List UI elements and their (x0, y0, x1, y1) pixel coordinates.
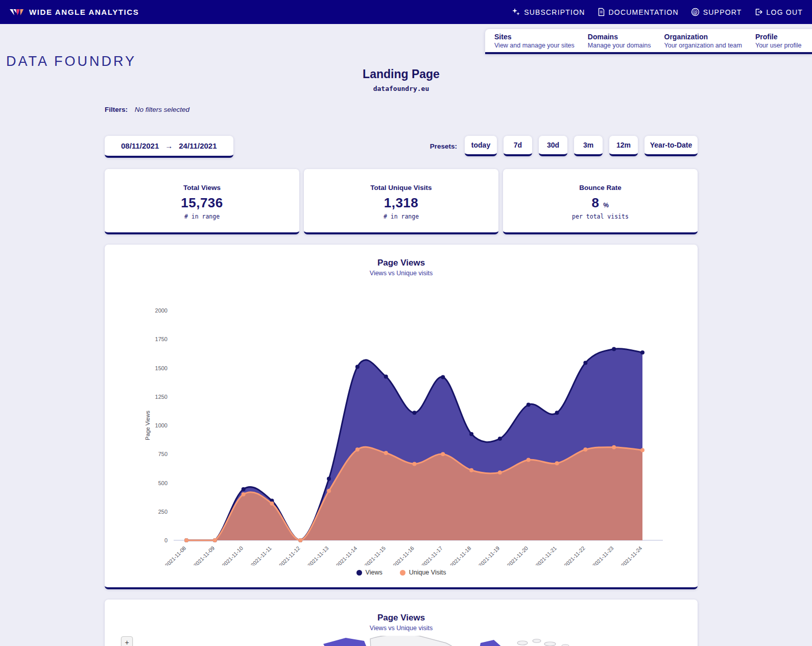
nav-item-domains[interactable]: Domains Manage your domains (588, 33, 651, 49)
topnav-label: Support (703, 8, 742, 16)
svg-text:2021-11-13: 2021-11-13 (306, 545, 330, 566)
nav-item-organization[interactable]: Organization Your organization and team (664, 33, 742, 49)
stat-caption: # in range (304, 213, 498, 220)
stat-card-total-views: Total Views 15,736 # in range (105, 169, 299, 234)
filters-value[interactable]: No filters selected (135, 106, 189, 113)
unique-visits-legend-dot-icon (400, 570, 405, 576)
logout-icon (754, 8, 763, 16)
svg-text:2021-11-16: 2021-11-16 (392, 545, 415, 566)
svg-text:750: 750 (158, 451, 168, 457)
document-icon (598, 8, 605, 16)
map-zoom-controls: + − (121, 636, 133, 646)
svg-text:500: 500 (158, 480, 168, 486)
daterange-row: 08/11/2021 → 24/11/2021 Presets: today 7… (105, 136, 698, 158)
stat-caption: per total visits (503, 213, 698, 220)
stat-caption: # in range (105, 213, 299, 220)
map-zoom-in-button[interactable]: + (121, 636, 133, 646)
nav-title: Domains (588, 33, 651, 41)
svg-text:1250: 1250 (155, 394, 168, 400)
arrow-right-icon: → (165, 141, 173, 150)
svg-text:2021-11-20: 2021-11-20 (506, 545, 529, 566)
topbar: Wide Angle Analytics Subscription Docume… (0, 0, 812, 24)
preset-30d[interactable]: 30d (539, 136, 567, 156)
preset-year-to-date[interactable]: Year-to-Date (644, 136, 698, 156)
brand[interactable]: Wide Angle Analytics (9, 8, 139, 17)
svg-text:2021-11-22: 2021-11-22 (563, 545, 586, 566)
world-map[interactable] (105, 636, 698, 646)
stat-card-unique-visits: Total Unique Visits 1,318 # in range (304, 169, 498, 234)
map-region-svalbard[interactable] (480, 640, 511, 646)
area-chart[interactable]: 025050075010001250150017502000Page Views… (105, 277, 698, 568)
nav-title: Sites (494, 33, 575, 41)
svg-text:2021-11-11: 2021-11-11 (249, 545, 272, 566)
svg-text:2000: 2000 (155, 307, 168, 314)
nav-subtitle: Your organization and team (664, 42, 742, 49)
chart-title: Page Views (105, 258, 698, 268)
daterange-start[interactable]: 08/11/2021 (121, 141, 159, 150)
map-country-greenland[interactable] (370, 636, 461, 646)
svg-text:2021-11-19: 2021-11-19 (477, 545, 500, 566)
map-subtitle: Views vs Unique visits (105, 625, 698, 632)
filters-row: Filters: No filters selected (105, 106, 698, 113)
svg-text:2021-11-23: 2021-11-23 (591, 545, 615, 566)
page-title: Landing Page (105, 67, 698, 81)
daterange-end[interactable]: 24/11/2021 (179, 141, 217, 150)
topnav-logout[interactable]: Log Out (754, 8, 803, 16)
stat-title: Bounce Rate (503, 184, 698, 192)
svg-text:Page Views: Page Views (145, 411, 151, 440)
stat-title: Total Unique Visits (304, 184, 498, 192)
wide-angle-logo-icon (9, 8, 25, 17)
topnav: Subscription Documentation @ Support Log… (512, 8, 803, 16)
svg-text:2021-11-24: 2021-11-24 (619, 545, 643, 566)
svg-text:0: 0 (164, 537, 168, 543)
legend-label: Unique Visits (409, 569, 446, 576)
svg-text:1500: 1500 (155, 365, 168, 371)
nav-subtitle: View and manage your sites (494, 42, 575, 49)
filters-label: Filters: (105, 106, 128, 113)
site-domain: datafoundry.eu (105, 85, 698, 92)
preset-12m[interactable]: 12m (609, 136, 638, 156)
nav-item-profile[interactable]: Profile Your user profile (755, 33, 802, 49)
header: Data Foundry Sites View and manage your … (0, 24, 812, 56)
svg-text:2021-11-10: 2021-11-10 (221, 545, 244, 566)
chart-subtitle: Views vs Unique visits (105, 270, 698, 277)
app-nav: Sites View and manage your sites Domains… (485, 29, 812, 54)
stat-value: 8 (592, 195, 600, 210)
preset-3m[interactable]: 3m (574, 136, 603, 156)
main-content: Landing Page datafoundry.eu Filters: No … (105, 67, 698, 646)
svg-text:2021-11-18: 2021-11-18 (449, 545, 472, 566)
at-icon: @ (691, 8, 700, 16)
svg-text:2021-11-09: 2021-11-09 (192, 545, 216, 566)
topnav-documentation[interactable]: Documentation (598, 8, 679, 16)
nav-title: Profile (755, 33, 802, 41)
legend-item-views[interactable]: Views (356, 569, 383, 576)
pageviews-chart-card: Page Views Views vs Unique visits 025050… (105, 245, 698, 589)
nav-subtitle: Your user profile (755, 42, 802, 49)
topnav-label: Subscription (524, 8, 585, 16)
svg-text:@: @ (692, 9, 698, 15)
svg-text:2021-11-15: 2021-11-15 (363, 545, 387, 566)
svg-text:2021-11-21: 2021-11-21 (534, 545, 558, 566)
daterange-picker[interactable]: 08/11/2021 → 24/11/2021 (105, 136, 233, 158)
topnav-subscription[interactable]: Subscription (512, 8, 585, 16)
stat-unit: % (603, 202, 609, 209)
nav-subtitle: Manage your domains (588, 42, 651, 49)
svg-text:2021-11-08: 2021-11-08 (163, 545, 187, 566)
presets-label: Presets: (430, 142, 457, 150)
nav-item-sites[interactable]: Sites View and manage your sites (494, 33, 575, 49)
stat-value: 15,736 (181, 195, 223, 210)
legend-label: Views (366, 569, 383, 576)
preset-today[interactable]: today (465, 136, 497, 156)
svg-text:1750: 1750 (155, 336, 168, 342)
svg-text:1000: 1000 (155, 422, 168, 428)
svg-text:2021-11-17: 2021-11-17 (420, 545, 444, 566)
topnav-label: Documentation (609, 8, 679, 16)
pageviews-map-card: Page Views Views vs Unique visits + − (105, 600, 698, 646)
preset-7d[interactable]: 7d (504, 136, 532, 156)
svg-text:250: 250 (158, 509, 168, 515)
legend-item-unique-visits[interactable]: Unique Visits (400, 569, 446, 576)
chart-canvas[interactable]: 025050075010001250150017502000Page Views… (105, 277, 698, 566)
topnav-support[interactable]: @ Support (691, 8, 742, 16)
stat-title: Total Views (105, 184, 299, 192)
app-logo-text[interactable]: Data Foundry (6, 54, 136, 69)
